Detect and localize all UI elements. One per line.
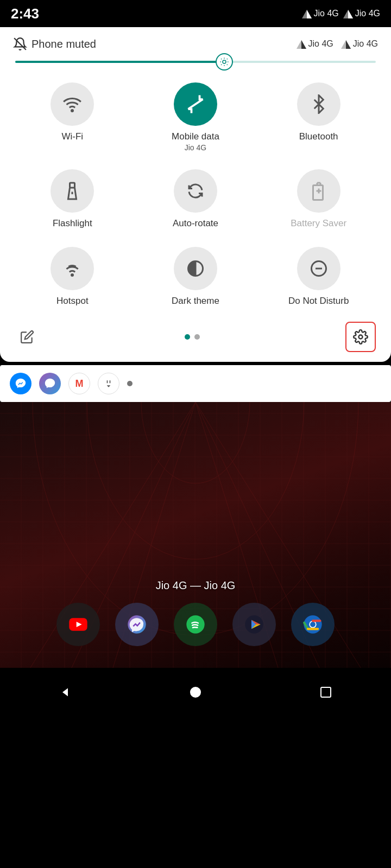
back-icon bbox=[57, 684, 73, 700]
notif-extra-dot bbox=[127, 381, 133, 386]
dock-chrome[interactable] bbox=[291, 603, 335, 646]
tiles-grid: Wi-Fi Mobile data Jio 4G Bluetooth bbox=[13, 75, 378, 312]
tile-flashlight[interactable]: Flashlight bbox=[13, 162, 132, 234]
dot-1 bbox=[185, 334, 190, 340]
tile-wifi[interactable]: Wi-Fi bbox=[13, 75, 132, 157]
phone-muted-label: Phone muted bbox=[31, 38, 96, 50]
mobiledata-icon-circle bbox=[174, 82, 217, 126]
notification-bar: M bbox=[0, 365, 391, 402]
time: 2:43 bbox=[11, 5, 39, 22]
quick-settings-panel: Phone muted Jio 4G Jio 4G bbox=[0, 27, 391, 362]
bluetooth-icon bbox=[309, 94, 329, 114]
mobiledata-icon bbox=[186, 94, 205, 114]
batterysaver-label: Battery Saver bbox=[291, 218, 346, 229]
dock-youtube[interactable] bbox=[56, 603, 100, 646]
tile-donotdisturb[interactable]: Do Not Disturb bbox=[259, 239, 378, 312]
svg-point-18 bbox=[72, 110, 73, 112]
hotspot-label: Hotspot bbox=[56, 296, 89, 307]
dock-play[interactable] bbox=[232, 603, 276, 646]
page-dots bbox=[185, 334, 200, 340]
svg-point-32 bbox=[359, 335, 363, 339]
svg-marker-1 bbox=[307, 10, 312, 18]
messenger-icon-1[interactable] bbox=[10, 373, 31, 394]
tile-mobiledata[interactable]: Mobile data Jio 4G bbox=[136, 75, 255, 157]
home-button[interactable] bbox=[179, 676, 212, 709]
network-label: Jio 4G — Jio 4G bbox=[0, 579, 391, 592]
svg-point-55 bbox=[190, 687, 201, 698]
back-button[interactable] bbox=[49, 676, 81, 709]
svg-marker-6 bbox=[301, 40, 306, 49]
svg-rect-20 bbox=[70, 183, 75, 188]
qs-signal-row: Jio 4G Jio 4G bbox=[297, 39, 379, 49]
messenger-svg-2 bbox=[44, 378, 56, 390]
svg-line-12 bbox=[221, 59, 222, 59]
messenger-icon-2[interactable] bbox=[39, 373, 61, 394]
brightness-thumb[interactable] bbox=[216, 53, 233, 71]
darktheme-icon-circle bbox=[174, 247, 217, 290]
usb-icon[interactable] bbox=[98, 373, 119, 394]
tile-bluetooth[interactable]: Bluetooth bbox=[259, 75, 378, 157]
darktheme-label: Dark theme bbox=[172, 296, 219, 307]
svg-marker-8 bbox=[346, 40, 351, 49]
bell-muted-icon bbox=[13, 37, 27, 51]
flashlight-icon-circle bbox=[51, 169, 94, 213]
status-bar: 2:43 Jio 4G Jio 4G bbox=[0, 0, 391, 27]
donotdisturb-label: Do Not Disturb bbox=[288, 296, 349, 307]
svg-point-40 bbox=[87, 402, 304, 559]
autorotate-label: Auto-rotate bbox=[173, 218, 218, 229]
bluetooth-icon-circle bbox=[297, 82, 340, 126]
svg-marker-54 bbox=[62, 688, 68, 697]
dot-2 bbox=[194, 334, 200, 340]
dock-messenger[interactable] bbox=[115, 603, 159, 646]
svg-rect-56 bbox=[321, 687, 331, 697]
donotdisturb-icon bbox=[309, 259, 329, 278]
edit-button[interactable] bbox=[15, 325, 39, 349]
qs-top-row: Phone muted Jio 4G Jio 4G bbox=[13, 37, 378, 51]
tile-autorotate[interactable]: Auto-rotate bbox=[136, 162, 255, 234]
chrome-icon bbox=[302, 614, 324, 635]
svg-line-19 bbox=[188, 99, 203, 109]
autorotate-icon-circle bbox=[174, 169, 217, 213]
svg-line-13 bbox=[227, 65, 228, 65]
donotdisturb-icon-circle bbox=[297, 247, 340, 290]
home-icon bbox=[189, 686, 202, 699]
dock-spotify[interactable] bbox=[174, 603, 217, 646]
qs-signal-2: Jio 4G bbox=[341, 39, 378, 49]
status-icons: Jio 4G Jio 4G bbox=[302, 9, 381, 18]
flashlight-label: Flashlight bbox=[53, 218, 92, 229]
signal-2-label: Jio 4G bbox=[355, 9, 380, 18]
qs-signal-1: Jio 4G bbox=[297, 39, 333, 49]
recents-icon bbox=[319, 686, 332, 699]
brightness-icon bbox=[219, 57, 229, 67]
qs-bottom-row bbox=[13, 317, 378, 354]
youtube-icon bbox=[67, 614, 89, 635]
signal-2: Jio 4G bbox=[343, 9, 380, 18]
home-screen: Jio 4G — Jio 4G bbox=[0, 402, 391, 717]
svg-line-16 bbox=[221, 65, 222, 65]
messenger-svg-1 bbox=[15, 378, 27, 390]
tile-batterysaver[interactable]: Battery Saver bbox=[259, 162, 378, 234]
brightness-track[interactable] bbox=[15, 61, 376, 63]
wifi-icon bbox=[62, 94, 82, 114]
svg-point-9 bbox=[223, 60, 226, 63]
gmail-icon[interactable]: M bbox=[68, 373, 90, 394]
tile-hotspot[interactable]: Hotspot bbox=[13, 239, 132, 312]
recents-button[interactable] bbox=[310, 676, 342, 709]
svg-point-53 bbox=[310, 622, 316, 627]
settings-button[interactable] bbox=[345, 322, 376, 352]
signal-1-label: Jio 4G bbox=[314, 9, 339, 18]
svg-point-41 bbox=[33, 402, 358, 635]
signal-1: Jio 4G bbox=[302, 9, 339, 18]
nav-bar bbox=[0, 668, 391, 717]
bluetooth-label: Bluetooth bbox=[299, 131, 338, 142]
mobiledata-label: Mobile data bbox=[172, 131, 219, 142]
flashlight-icon bbox=[62, 181, 82, 201]
autorotate-icon bbox=[186, 181, 205, 201]
brightness-slider-row[interactable] bbox=[13, 61, 378, 63]
svg-point-28 bbox=[72, 274, 73, 276]
spotify-icon bbox=[185, 614, 206, 635]
hotspot-icon-circle bbox=[51, 247, 94, 290]
svg-marker-3 bbox=[348, 10, 353, 18]
tile-darktheme[interactable]: Dark theme bbox=[136, 239, 255, 312]
usb-svg bbox=[103, 378, 114, 389]
